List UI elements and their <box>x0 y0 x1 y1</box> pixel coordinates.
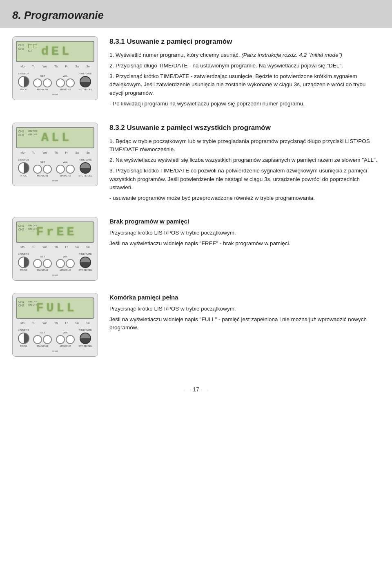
section-title-831: 8.3.1 Usuwanie z pamięci programów <box>109 36 380 47</box>
seg-display-free: F r E E <box>32 224 78 240</box>
btn-timedate-full: TIME/DATE STORE/DEL <box>78 329 92 348</box>
seg-char-all-3: L <box>61 132 70 144</box>
btn-timedate-free: TIME/DATE STORE/DEL <box>78 253 92 272</box>
btn-timedate-circle[interactable] <box>80 76 91 87</box>
on-label-831: ON <box>28 49 33 54</box>
onoff-labels-free: ON OFF ON OFF <box>28 224 38 231</box>
buttons-row-free: LIST/POS PROG SET MAN/CH1 W/A <box>16 253 94 272</box>
text-831-3: 3. Przycisnąć krótko TIME/DATE - zatwier… <box>109 72 380 97</box>
seg-char-3: L <box>61 45 70 58</box>
btn-wa-832: W/A MAN/CH2 <box>56 161 75 177</box>
text-832-2: 2. Na wyświetlaczu wyświetli się liczba … <box>109 156 380 164</box>
seg-char-all-1: A <box>40 132 49 144</box>
text-free-2: Jeśli na wyświetlaczu widnieje napis "FR… <box>109 239 380 248</box>
day-labels-832: MoTuWeThFrSaSu <box>16 151 94 155</box>
content: CH1 CH2 ON d E L <box>0 36 392 381</box>
reset-label-free: reset <box>16 273 94 277</box>
lcd-display-free: CH1 CH2 ON OFF ON OFF F r E E <box>16 221 94 243</box>
text-831-1: 1. Wyświetlić numer programu, który chce… <box>109 51 380 59</box>
onoff-labels-full: ON OFF ON OFF <box>28 300 38 307</box>
btn-listpos-full: LIST/POS PROG <box>18 329 29 348</box>
section-full: CH1 CH2 ON OFF ON OFF F U L L MoT <box>12 293 380 357</box>
seg-display-831: d E L <box>37 44 73 59</box>
day-labels-free: MoTuWeThFrSaSu <box>16 245 94 250</box>
reset-label-full: reset <box>16 349 94 353</box>
text-832-1: 1. Będąc w trybie początkowym lub w tryb… <box>109 137 380 154</box>
subsection-title-free: Brak programów w pamięci <box>109 217 380 226</box>
section-free: CH1 CH2 ON OFF ON OFF F r E E MoT <box>12 217 380 281</box>
reset-label-831: reset <box>16 93 94 96</box>
btn-listpos-circle-832[interactable] <box>18 162 29 174</box>
seg-display-832: A L L <box>37 130 73 145</box>
seg-l2-full: L <box>66 302 75 314</box>
btn-set-circle2[interactable] <box>43 78 52 87</box>
btn-listpos-free: LIST/POS PROG <box>18 253 29 272</box>
btn-set-circle1[interactable] <box>33 78 42 87</box>
page-header: 8. Programowanie <box>0 0 392 28</box>
btn-listpos-circle[interactable] <box>18 76 29 87</box>
device-panel-832: CH1 CH2 ON OFF ON OFF A L L MoTuWeThFrSa… <box>12 123 98 186</box>
seg-u-full: U <box>46 302 55 314</box>
page: 8. Programowanie CH1 CH2 ON <box>0 0 392 561</box>
btn-set-full: SET MAN/CH1 <box>33 331 52 348</box>
seg-l-full: L <box>56 302 65 314</box>
text-831-4: - Po likwidacji programu na wyświetlaczu… <box>109 100 380 108</box>
day-labels-full: MoTuWeThFrSaSu <box>16 321 94 326</box>
buttons-row-831: LIST/POS PROG SET MAN/CH1 <box>16 72 94 91</box>
section-title-832: 8.3.2 Usuwanie z pamięci wszystkich prog… <box>109 123 380 133</box>
btn-set-free: SET MAN/CH1 <box>33 255 52 272</box>
text-831-2: 2. Przycisnąć długo TIME/DATE - na ustaw… <box>109 62 380 70</box>
ch-labels-832: CH1 CH2 <box>18 130 24 137</box>
ch2-label: CH2 <box>18 47 24 51</box>
text-832-4: - usuwanie programów może być przeprowad… <box>109 194 380 202</box>
day-labels-831: Mo Tu We Th Fr Sa Su <box>16 65 94 69</box>
reset-label-832: reset <box>16 179 94 183</box>
seg-char-2: E <box>51 45 60 58</box>
btn-wa-full: W/A MAN/CH2 <box>56 331 75 348</box>
page-footer: — 17 — <box>0 381 392 398</box>
text-full-1: Przycisnąć krótko LIST/POS w trybie pocz… <box>109 305 380 313</box>
onoff-labels-832: ON OFF ON OFF <box>28 130 38 136</box>
btn-set-832: SET MAN/CH1 <box>33 161 52 177</box>
section-text-832: 8.3.2 Usuwanie z pamięci wszystkich prog… <box>109 123 380 205</box>
btn-wa-free: W/A MAN/CH2 <box>56 255 75 272</box>
text-832-3: 3. Przycisnąć krótko TIME/DATE co pozwol… <box>109 167 380 192</box>
seg-e: E <box>56 226 65 238</box>
btn-wa-circle1[interactable] <box>56 78 65 87</box>
page-title: 8. Programowanie <box>12 7 380 23</box>
ch-labels-free: CH1 CH2 <box>18 224 24 231</box>
buttons-row-832: LIST/POS PROG SET MAN/CH1 W/A <box>16 159 94 177</box>
btn-timedate-831: TIME/DATE STORE/DEL <box>78 72 92 91</box>
buttons-row-full: LIST/POS PROG SET MAN/CH1 W/A <box>16 329 94 348</box>
seg-char-1: d <box>40 45 49 58</box>
seg-e2: E <box>66 226 75 238</box>
section-text-831: 8.3.1 Usuwanie z pamięci programów 1. Wy… <box>109 36 380 110</box>
section-831: CH1 CH2 ON d E L <box>12 36 380 110</box>
ch1-label: CH1 <box>18 43 24 47</box>
device-panel-free: CH1 CH2 ON OFF ON OFF F r E E MoT <box>12 217 98 281</box>
btn-wa-circle2[interactable] <box>66 78 75 87</box>
lcd-display-full: CH1 CH2 ON OFF ON OFF F U L L <box>16 297 94 319</box>
subsection-title-full: Komórka pamięci pełna <box>109 293 380 302</box>
lcd-display-831: CH1 CH2 ON d E L <box>16 41 94 62</box>
btn-timedate-832: TIME/DATE STORE/DEL <box>78 159 92 177</box>
text-free-1: Przycisnąć krótko LIST/POS w trybie pocz… <box>109 229 380 237</box>
device-panel-831: CH1 CH2 ON d E L <box>12 36 98 100</box>
footer-text: — 17 — <box>185 386 206 393</box>
section-text-full: Komórka pamięci pełna Przycisnąć krótko … <box>109 293 380 334</box>
btn-listpos-831: LIST/POS PROG <box>18 72 29 91</box>
ch-labels-full: CH1 CH2 <box>18 300 24 307</box>
seg-display-full: F U L L <box>32 300 78 316</box>
seg-char-all-2: L <box>51 132 60 144</box>
seg-r: r <box>46 226 55 238</box>
btn-wa-831: W/A MAN/CH2 <box>56 75 75 91</box>
btn-set-831: SET MAN/CH1 <box>33 75 52 91</box>
lcd-display-832: CH1 CH2 ON OFF ON OFF A L L <box>16 127 94 148</box>
section-832: CH1 CH2 ON OFF ON OFF A L L MoTuWeThFrSa… <box>12 123 380 205</box>
text-full-2: Jeśli na wyświetlaczu widnieje napis "FU… <box>109 315 380 332</box>
device-panel-full: CH1 CH2 ON OFF ON OFF F U L L MoT <box>12 293 98 357</box>
ch-labels-831: CH1 CH2 <box>18 43 24 51</box>
section-text-free: Brak programów w pamięci Przycisnąć krót… <box>109 217 380 250</box>
btn-listpos-832: LIST/POS PROG <box>18 159 29 177</box>
